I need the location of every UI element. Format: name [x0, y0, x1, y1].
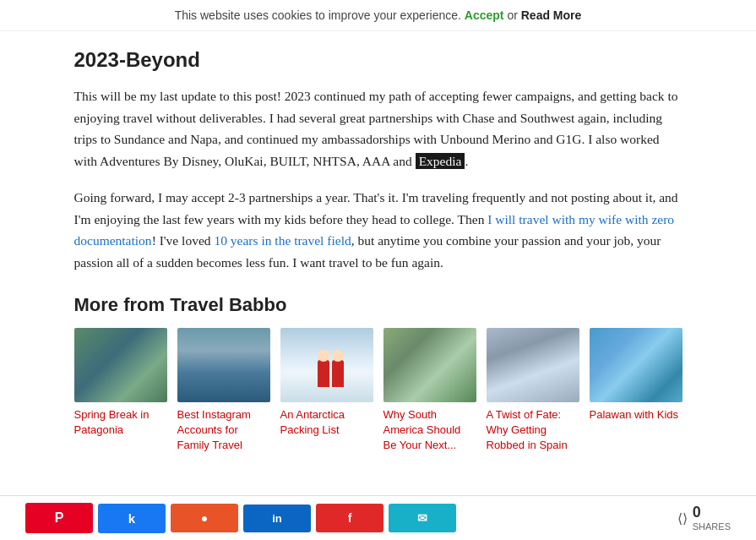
- cookie-or: or: [507, 8, 517, 22]
- cookie-read-more-link[interactable]: Read More: [521, 8, 582, 22]
- card-title-palawan: Palawan with Kids: [590, 407, 683, 423]
- section-heading: 2023-Beyond: [74, 48, 683, 72]
- cookie-bar: This website uses cookies to improve you…: [0, 0, 756, 31]
- card-img-patagonia: [74, 328, 167, 402]
- link-10-years[interactable]: 10 years in the travel field: [214, 233, 351, 248]
- paragraph-1: This will be my last update to this post…: [74, 85, 683, 172]
- cookie-text: This website uses cookies to improve you…: [175, 8, 461, 22]
- more-from-section: More from Travel Babbo Spring Break in P…: [74, 294, 683, 454]
- more-from-heading: More from Travel Babbo: [74, 294, 683, 316]
- card-antarctica[interactable]: An Antarctica Packing List: [280, 328, 373, 454]
- card-title-instagram: Best Instagram Accounts for Family Trave…: [177, 407, 270, 454]
- expedia-highlight: Expedia: [416, 153, 465, 169]
- card-img-antarctica: [280, 328, 373, 402]
- card-img-palawan: [590, 328, 683, 402]
- cookie-accept-link[interactable]: Accept: [465, 8, 508, 22]
- cards-row: Spring Break in Patagonia Best Instagram…: [74, 328, 683, 454]
- card-img-southamerica: [383, 328, 476, 402]
- card-title-patagonia: Spring Break in Patagonia: [74, 407, 167, 438]
- card-title-spain: A Twist of Fate: Why Getting Robbed in S…: [487, 407, 579, 454]
- card-palawan[interactable]: Palawan with Kids: [590, 328, 683, 454]
- card-img-spain: [487, 328, 579, 402]
- card-img-instagram: [177, 328, 270, 402]
- card-southamerica[interactable]: Why South America Should Be Your Next...: [383, 328, 476, 454]
- card-patagonia[interactable]: Spring Break in Patagonia: [74, 328, 167, 454]
- paragraph-2: Going forward, I may accept 2-3 partners…: [74, 187, 683, 273]
- main-content: 2023-Beyond This will be my last update …: [49, 31, 708, 453]
- card-instagram[interactable]: Best Instagram Accounts for Family Trave…: [177, 328, 270, 454]
- card-spain[interactable]: A Twist of Fate: Why Getting Robbed in S…: [487, 328, 579, 454]
- card-title-southamerica: Why South America Should Be Your Next...: [383, 407, 476, 454]
- card-title-antarctica: An Antarctica Packing List: [280, 407, 373, 438]
